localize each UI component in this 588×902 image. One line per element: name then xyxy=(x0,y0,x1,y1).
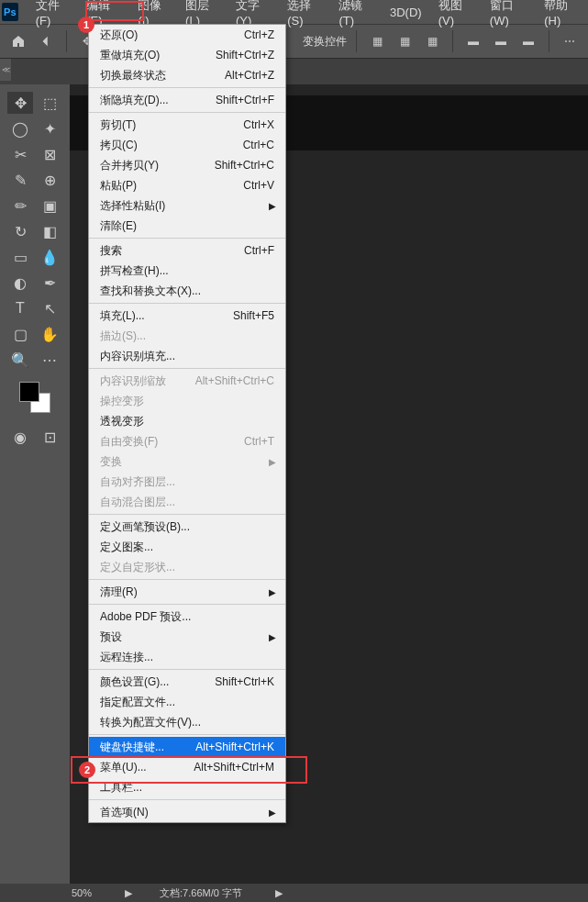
menu-filter[interactable]: 滤镜(T) xyxy=(330,0,382,31)
menu-item-label: 填充(L)... xyxy=(100,308,233,324)
menu-3d[interactable]: 3D(D) xyxy=(382,2,430,23)
menu-item: 操控变形 xyxy=(89,391,285,411)
menu-item[interactable]: 剪切(T)Ctrl+X xyxy=(89,115,285,135)
menu-shortcut: Ctrl+X xyxy=(243,118,274,131)
align-right-icon[interactable]: ▦ xyxy=(421,30,443,52)
menu-item[interactable]: 定义图案... xyxy=(89,537,285,557)
menu-item-label: 拼写检查(H)... xyxy=(100,263,274,279)
menu-item-label: 定义画笔预设(B)... xyxy=(100,519,274,535)
menu-item[interactable]: 透视变形 xyxy=(89,411,285,431)
menu-separator xyxy=(89,799,285,800)
menu-item[interactable]: 工具栏... xyxy=(89,777,285,797)
align-center-icon[interactable]: ▦ xyxy=(394,30,416,52)
menu-separator xyxy=(89,514,285,515)
pen-tool-icon[interactable]: ✒ xyxy=(37,272,62,294)
app-icon: Ps xyxy=(2,3,18,21)
menu-item-label: 渐隐填充(D)... xyxy=(100,93,216,108)
menu-item[interactable]: 键盘快捷键...Alt+Shift+Ctrl+K xyxy=(89,737,285,757)
options-label: 变换控件 xyxy=(303,34,347,50)
menu-item[interactable]: Adobe PDF 预设... xyxy=(89,607,285,627)
menu-item[interactable]: 重做填充(O)Shift+Ctrl+Z xyxy=(89,45,285,65)
menu-item: 定义自定形状... xyxy=(89,557,285,577)
gradient-tool-icon[interactable]: ▭ xyxy=(7,246,33,268)
menu-item[interactable]: 切换最终状态Alt+Ctrl+Z xyxy=(89,65,285,85)
back-icon[interactable] xyxy=(35,30,57,52)
blur-tool-icon[interactable]: 💧 xyxy=(37,246,62,268)
distribute-icon[interactable]: ▬ xyxy=(490,30,512,52)
more-icon[interactable]: ⋯ xyxy=(559,30,581,52)
menu-item-label: 定义图案... xyxy=(100,540,274,555)
menu-item-label: 搜索 xyxy=(100,243,244,259)
menu-item: 内容识别缩放Alt+Shift+Ctrl+C xyxy=(89,371,285,391)
menu-separator xyxy=(89,112,285,113)
menu-item[interactable]: 填充(L)...Shift+F5 xyxy=(89,306,285,326)
menu-item[interactable]: 定义画笔预设(B)... xyxy=(89,517,285,537)
chevron-right-icon[interactable]: ▶ xyxy=(125,887,132,899)
distribute-icon[interactable]: ▬ xyxy=(517,30,539,52)
menu-item[interactable]: 渐隐填充(D)...Shift+Ctrl+F xyxy=(89,90,285,110)
separator xyxy=(66,30,67,52)
menu-item-label: 合并拷贝(Y) xyxy=(100,158,215,173)
type-tool-icon[interactable]: T xyxy=(7,297,33,319)
home-icon[interactable] xyxy=(7,30,29,52)
lasso-tool-icon[interactable]: ◯ xyxy=(7,117,33,139)
menu-item[interactable]: 转换为配置文件(V)... xyxy=(89,712,285,732)
distribute-icon[interactable]: ▬ xyxy=(462,30,484,52)
menu-item[interactable]: 查找和替换文本(X)... xyxy=(89,281,285,301)
move-tool-icon[interactable]: ✥ xyxy=(7,92,33,114)
zoom-tool-icon[interactable]: 🔍 xyxy=(7,349,33,371)
menu-item[interactable]: 拼写检查(H)... xyxy=(89,261,285,281)
edit-toolbar-icon[interactable]: ⋯ xyxy=(37,349,62,371)
separator xyxy=(356,30,357,52)
menu-item[interactable]: 清理(R)▶ xyxy=(89,582,285,602)
screenmode-icon[interactable]: ⊡ xyxy=(37,426,62,448)
menu-item[interactable]: 颜色设置(G)...Shift+Ctrl+K xyxy=(89,672,285,692)
foreground-swatch[interactable] xyxy=(19,382,39,402)
menu-item-label: 还原(O) xyxy=(100,28,244,43)
menu-select[interactable]: 选择(S) xyxy=(279,0,330,31)
menu-item[interactable]: 菜单(U)...Alt+Shift+Ctrl+M xyxy=(89,757,285,777)
heal-tool-icon[interactable]: ⊕ xyxy=(37,169,62,191)
dodge-tool-icon[interactable]: ◐ xyxy=(7,272,33,294)
menu-item[interactable]: 预设▶ xyxy=(89,627,285,647)
frame-tool-icon[interactable]: ⊠ xyxy=(37,143,62,165)
align-left-icon[interactable]: ▦ xyxy=(366,30,388,52)
menu-item[interactable]: 内容识别填充... xyxy=(89,346,285,366)
zoom-level[interactable]: 50% xyxy=(72,887,92,898)
history-brush-icon[interactable]: ↻ xyxy=(7,220,33,242)
menu-item[interactable]: 指定配置文件... xyxy=(89,692,285,712)
menu-item-label: 菜单(U)... xyxy=(100,760,194,775)
menu-file[interactable]: 文件(F) xyxy=(28,0,79,31)
menu-item[interactable]: 清除(E) xyxy=(89,216,285,236)
menu-view[interactable]: 视图(V) xyxy=(430,0,482,31)
hand-tool-icon[interactable]: ✋ xyxy=(37,323,62,345)
stamp-tool-icon[interactable]: ▣ xyxy=(37,195,62,217)
menu-item[interactable]: 远程连接... xyxy=(89,647,285,667)
menu-shortcut: Shift+F5 xyxy=(233,309,274,322)
menu-item[interactable]: 还原(O)Ctrl+Z xyxy=(89,25,285,45)
eyedropper-tool-icon[interactable]: ✎ xyxy=(7,169,33,191)
menu-item-label: 透视变形 xyxy=(100,414,274,429)
eraser-tool-icon[interactable]: ◧ xyxy=(37,220,62,242)
wand-tool-icon[interactable]: ✦ xyxy=(37,117,62,139)
menu-help[interactable]: 帮助(H) xyxy=(536,0,588,31)
menu-window[interactable]: 窗口(W) xyxy=(482,0,536,31)
menu-shortcut: Shift+Ctrl+K xyxy=(215,675,274,688)
menu-item[interactable]: 首选项(N)▶ xyxy=(89,802,285,822)
shape-tool-icon[interactable]: ▢ xyxy=(7,323,33,345)
menu-item[interactable]: 粘贴(P)Ctrl+V xyxy=(89,175,285,195)
quickmask-icon[interactable]: ◉ xyxy=(7,426,33,448)
menu-item[interactable]: 搜索Ctrl+F xyxy=(89,240,285,261)
color-swatches[interactable] xyxy=(19,382,50,413)
menu-item[interactable]: 拷贝(C)Ctrl+C xyxy=(89,135,285,155)
collapse-panel-icon[interactable]: ≪ xyxy=(0,59,11,81)
menu-item[interactable]: 选择性粘贴(I)▶ xyxy=(89,195,285,216)
chevron-right-icon[interactable]: ▶ xyxy=(275,887,283,899)
submenu-arrow-icon: ▶ xyxy=(269,632,276,642)
marquee-tool-icon[interactable]: ⬚ xyxy=(37,92,62,114)
brush-tool-icon[interactable]: ✏ xyxy=(7,195,33,217)
path-tool-icon[interactable]: ↖ xyxy=(37,297,62,319)
menu-item-label: 自由变换(F) xyxy=(100,434,244,450)
menu-item[interactable]: 合并拷贝(Y)Shift+Ctrl+C xyxy=(89,155,285,175)
crop-tool-icon[interactable]: ✂ xyxy=(7,143,33,165)
